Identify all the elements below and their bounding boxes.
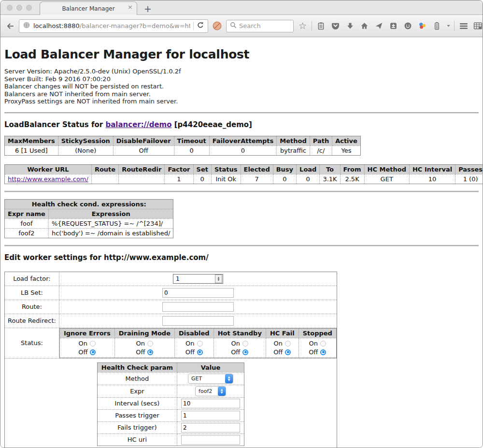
field-label: LB Set: <box>5 286 59 300</box>
edit-worker-heading: Edit worker settings for http://www.exam… <box>4 253 479 262</box>
load-factor-stepper[interactable]: ▲▼ <box>173 274 223 284</box>
star-icon[interactable]: ☆ <box>297 20 308 32</box>
menu-icon[interactable] <box>458 20 469 32</box>
form-row: Route Redirect: <box>5 314 337 328</box>
close-window-button[interactable] <box>7 5 13 11</box>
back-icon[interactable] <box>4 20 15 32</box>
save-icon[interactable] <box>388 20 399 32</box>
radio-label: Off <box>78 348 87 356</box>
colors-icon[interactable] <box>417 20 428 32</box>
param-value <box>177 434 244 446</box>
table-header-cell: HC Interval <box>409 164 455 174</box>
radio-label: On <box>309 340 318 347</box>
table-cell <box>119 174 165 184</box>
table-cell: 6 [1 Used] <box>5 145 58 155</box>
radio-group-draining-mode: On Off <box>114 338 174 358</box>
lb-set-input[interactable] <box>162 288 234 298</box>
form-row: Load factor: ▲▼ <box>5 272 337 286</box>
status-label: Status: <box>5 328 59 358</box>
radio-on[interactable] <box>242 341 248 347</box>
interval-input[interactable] <box>181 399 240 408</box>
url-bar[interactable]: localhost:8880/balancer-manager?b=demo&w… <box>19 19 208 33</box>
url-text[interactable]: localhost:8880/balancer-manager?b=demo&w… <box>33 22 190 29</box>
passes-input[interactable] <box>181 411 240 420</box>
tab-balancer-manager[interactable]: Balancer Manager × <box>40 1 137 15</box>
balancer-link[interactable]: balancer://demo <box>105 120 171 129</box>
table-header-cell: Busy <box>273 164 296 174</box>
balancer-status-heading: LoadBalancer Status for balancer://demo … <box>4 120 479 129</box>
radio-off[interactable] <box>147 349 153 355</box>
load-factor-input[interactable] <box>175 275 215 283</box>
clipboard-icon[interactable] <box>315 20 327 32</box>
expr-select[interactable]: foof2▲▼ <box>195 386 226 396</box>
hc-uri-input[interactable] <box>181 435 240 445</box>
radio-label: Off <box>273 348 283 356</box>
server-info-line: Server Built: Feb 9 2016 07:00:20 <box>4 75 479 83</box>
table-cell: 0 <box>209 145 277 155</box>
radio-on[interactable] <box>90 341 96 347</box>
url-path: /balancer-manager?b=demo&w=http://www.ex… <box>80 22 190 29</box>
table-cell: 0 <box>273 174 296 184</box>
table-header-cell: Stopped <box>298 328 336 338</box>
worker-url-link[interactable]: http://www.example.com/ <box>8 175 88 183</box>
param-value <box>177 409 244 421</box>
table-header-cell: Draining Mode <box>114 328 174 338</box>
heading-text: [p4420eeae_demo] <box>172 120 252 129</box>
table-header-cell: Status <box>211 164 241 174</box>
table-header-cell: Passes <box>455 164 483 174</box>
minimize-window-button[interactable] <box>16 5 22 11</box>
radio-label: On <box>136 340 145 347</box>
form-row: Health Check param Value Method GET▲▼ Ex… <box>5 358 337 448</box>
search-input[interactable]: Search <box>226 20 294 32</box>
radio-on[interactable] <box>147 341 153 347</box>
grid-icon[interactable] <box>472 20 483 32</box>
download-icon[interactable] <box>344 20 355 32</box>
table-header-cell: Ignore Errors <box>59 328 114 338</box>
table-header-cell: Load <box>297 164 320 174</box>
tab-close-icon[interactable]: × <box>128 4 133 10</box>
param-value: GET▲▼ <box>177 372 244 385</box>
table-header-cell: Method <box>277 136 310 145</box>
horizontal-rule <box>4 112 479 114</box>
battery-icon[interactable] <box>431 20 442 32</box>
table-cell: 2.5K <box>340 174 364 184</box>
home-icon[interactable] <box>359 20 370 32</box>
table-row: Method GET▲▼ <box>97 372 244 385</box>
radio-off[interactable] <box>242 349 248 355</box>
field-label: Load factor: <box>5 272 59 286</box>
route-redirect-input[interactable] <box>162 316 234 326</box>
table-header-cell: HC Method <box>364 164 409 174</box>
route-input[interactable] <box>162 302 234 312</box>
caret-down-icon[interactable] <box>446 20 451 32</box>
method-select[interactable]: GET▲▼ <box>188 374 233 384</box>
block-icon[interactable] <box>212 20 223 32</box>
chat-icon[interactable] <box>402 20 413 32</box>
table-cell: 0 <box>193 174 211 184</box>
radio-on[interactable] <box>197 341 203 347</box>
server-info: Server Version: Apache/2.5.0-dev (Unix) … <box>4 68 479 105</box>
table-cell: 0 <box>174 145 209 155</box>
radio-off[interactable] <box>320 349 326 355</box>
page-content: Load Balancer Manager for localhost Serv… <box>0 47 483 448</box>
radio-off[interactable] <box>90 349 96 355</box>
table-cell: /c/ <box>310 145 332 155</box>
new-tab-button[interactable]: + <box>144 4 152 14</box>
table-header-cell: Route <box>91 164 118 174</box>
radio-label: On <box>79 340 87 347</box>
radio-off[interactable] <box>197 349 203 355</box>
param-value <box>177 421 244 434</box>
send-icon[interactable] <box>373 20 384 32</box>
table-header-cell: Set <box>193 164 211 174</box>
radio-on[interactable] <box>320 341 326 347</box>
table-header-cell: Active <box>332 136 361 145</box>
zoom-window-button[interactable] <box>26 5 32 11</box>
spinner-icon[interactable]: ▲▼ <box>215 275 222 283</box>
radio-off[interactable] <box>285 349 291 355</box>
horizontal-rule <box>4 245 479 246</box>
pocket-icon[interactable] <box>330 20 341 32</box>
fails-input[interactable] <box>181 423 240 433</box>
reload-icon[interactable] <box>197 21 204 31</box>
table-cell: hc('body') =~ /domain is established/ <box>48 228 173 238</box>
table-cell: Init Ok <box>211 174 241 184</box>
radio-on[interactable] <box>285 341 291 347</box>
